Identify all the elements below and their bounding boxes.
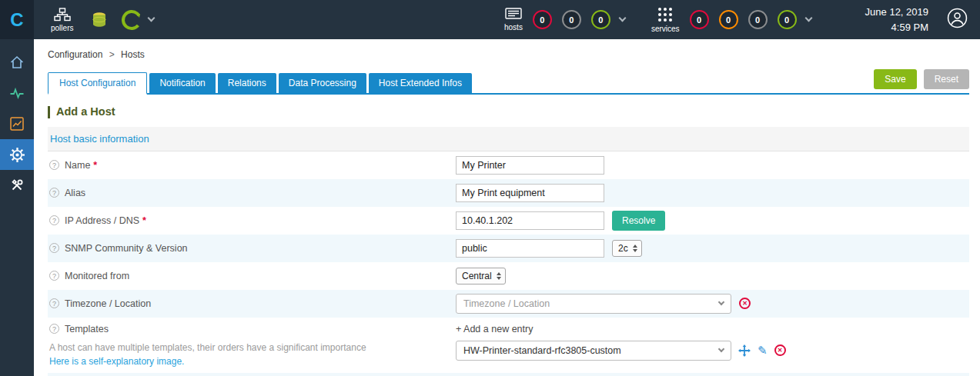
move-template-icon[interactable] bbox=[738, 344, 751, 357]
hosts-label: hosts bbox=[504, 23, 523, 32]
services-unknown-badge[interactable]: 0 bbox=[748, 10, 768, 29]
services-warning-badge[interactable]: 0 bbox=[719, 10, 738, 29]
help-icon[interactable] bbox=[49, 324, 59, 334]
name-input[interactable] bbox=[456, 156, 604, 175]
breadcrumb-hosts[interactable]: Hosts bbox=[121, 49, 145, 60]
page-title: Add a Host bbox=[48, 106, 969, 118]
edit-template-icon[interactable]: ✎ bbox=[758, 344, 768, 358]
save-button[interactable]: Save bbox=[874, 69, 916, 89]
chart-icon bbox=[9, 116, 25, 131]
services-ok-badge[interactable]: 0 bbox=[778, 10, 797, 29]
form-row-alias: Alias bbox=[48, 179, 969, 207]
template-select[interactable]: HW-Printer-standard-rfc3805-custom bbox=[456, 341, 731, 361]
hosts-down-badge[interactable]: 0 bbox=[533, 10, 552, 29]
tab-bar: Host Configuration Notification Relation… bbox=[48, 69, 969, 95]
form-row-ip: IP Address / DNS * Resolve bbox=[48, 207, 969, 235]
chevron-down-icon[interactable] bbox=[148, 15, 156, 22]
hosts-menu[interactable]: hosts bbox=[504, 8, 523, 32]
sidebar-item-monitoring[interactable] bbox=[0, 78, 34, 108]
select-arrows-icon bbox=[633, 245, 637, 252]
help-icon[interactable] bbox=[49, 160, 59, 170]
form-row-snmp: SNMP Community & Version 2c bbox=[48, 235, 969, 262]
templates-help-text: A host can have multiple templates, thei… bbox=[49, 342, 366, 353]
current-date: June 12, 2019 bbox=[865, 5, 928, 20]
help-icon[interactable] bbox=[49, 188, 59, 198]
database-icon[interactable] bbox=[92, 12, 107, 28]
centreon-logo-icon: C bbox=[10, 11, 23, 29]
home-icon bbox=[9, 55, 25, 70]
topbar: C pollers bbox=[0, 0, 980, 39]
clear-timezone-icon[interactable] bbox=[739, 298, 751, 309]
user-profile-icon[interactable] bbox=[947, 8, 968, 32]
tab-data-processing[interactable]: Data Processing bbox=[279, 73, 366, 93]
required-asterisk: * bbox=[93, 160, 97, 171]
sidebar bbox=[0, 39, 34, 376]
help-icon[interactable] bbox=[49, 271, 59, 281]
tab-relations[interactable]: Relations bbox=[218, 73, 276, 93]
sidebar-item-configuration[interactable] bbox=[0, 139, 34, 170]
tab-host-configuration[interactable]: Host Configuration bbox=[48, 72, 147, 95]
form-row-templates: Templates A host can have multiple templ… bbox=[48, 318, 969, 373]
snmp-version-select[interactable]: 2c bbox=[612, 240, 642, 257]
update-status-icon[interactable] bbox=[121, 9, 142, 31]
sidebar-item-reporting[interactable] bbox=[0, 108, 34, 139]
chevron-down-icon bbox=[718, 299, 724, 305]
services-label: services bbox=[651, 25, 680, 33]
tab-notification[interactable]: Notification bbox=[149, 73, 215, 93]
services-menu[interactable]: services bbox=[651, 7, 680, 33]
chevron-down-icon[interactable] bbox=[618, 15, 626, 22]
breadcrumb: Configuration > Hosts bbox=[48, 49, 969, 60]
breadcrumb-configuration[interactable]: Configuration bbox=[48, 49, 102, 60]
services-status-group: services 0 0 0 0 bbox=[651, 7, 811, 33]
alias-label: Alias bbox=[65, 188, 85, 198]
reset-button[interactable]: Reset bbox=[924, 69, 969, 89]
heartbeat-icon bbox=[9, 85, 25, 101]
sidebar-item-administration[interactable] bbox=[0, 170, 34, 201]
resolve-button[interactable]: Resolve bbox=[612, 211, 665, 231]
hosts-up-badge[interactable]: 0 bbox=[591, 10, 610, 29]
form-row-monitored-from: Monitored from Central bbox=[48, 262, 969, 290]
monitored-from-label: Monitored from bbox=[65, 271, 129, 281]
hosts-unreachable-badge[interactable]: 0 bbox=[562, 10, 581, 29]
hosts-status-group: hosts 0 0 0 bbox=[504, 8, 625, 32]
tools-icon bbox=[9, 178, 25, 193]
alias-input[interactable] bbox=[456, 184, 604, 202]
hosts-icon bbox=[505, 8, 522, 21]
pollers-icon bbox=[54, 8, 71, 22]
name-label: Name bbox=[65, 160, 90, 171]
current-time: 4:59 PM bbox=[865, 20, 928, 35]
services-icon bbox=[657, 7, 673, 22]
add-template-entry-link[interactable]: + Add a new entry bbox=[456, 324, 533, 334]
help-icon[interactable] bbox=[49, 215, 59, 225]
chevron-down-icon[interactable] bbox=[804, 15, 812, 22]
form-row-create-services: Create Services linked to the Template t… bbox=[48, 373, 969, 376]
required-asterisk: * bbox=[142, 215, 146, 226]
sidebar-item-home[interactable] bbox=[0, 47, 34, 78]
templates-help-link[interactable]: Here is a self-explanatory image. bbox=[49, 356, 184, 367]
section-header: Host basic information bbox=[48, 127, 969, 151]
centreon-app: C pollers bbox=[0, 0, 980, 376]
timezone-label: Timezone / Location bbox=[65, 298, 151, 309]
ip-input[interactable] bbox=[456, 211, 604, 230]
help-icon[interactable] bbox=[49, 298, 59, 308]
delete-template-icon[interactable] bbox=[774, 344, 786, 356]
pollers-label: pollers bbox=[51, 24, 73, 32]
breadcrumb-separator: > bbox=[109, 49, 115, 60]
main-content: Configuration > Hosts Host Configuration… bbox=[34, 39, 980, 376]
tab-host-extended-infos[interactable]: Host Extended Infos bbox=[369, 73, 472, 93]
clock: June 12, 2019 4:59 PM bbox=[865, 5, 928, 35]
snmp-label: SNMP Community & Version bbox=[65, 243, 188, 254]
form-row-name: Name * bbox=[48, 151, 969, 179]
monitored-from-select[interactable]: Central bbox=[456, 268, 506, 284]
pollers-menu[interactable]: pollers bbox=[51, 8, 73, 32]
templates-label: Templates bbox=[65, 324, 109, 334]
timezone-select[interactable]: Timezone / Location bbox=[456, 294, 731, 314]
services-critical-badge[interactable]: 0 bbox=[690, 10, 709, 29]
gear-icon bbox=[9, 147, 25, 163]
ip-label: IP Address / DNS bbox=[65, 215, 139, 226]
form-row-timezone: Timezone / Location Timezone / Location bbox=[48, 290, 969, 318]
select-arrows-icon bbox=[497, 272, 501, 280]
centreon-logo[interactable]: C bbox=[0, 0, 34, 39]
snmp-community-input[interactable] bbox=[456, 239, 604, 258]
help-icon[interactable] bbox=[49, 243, 59, 253]
